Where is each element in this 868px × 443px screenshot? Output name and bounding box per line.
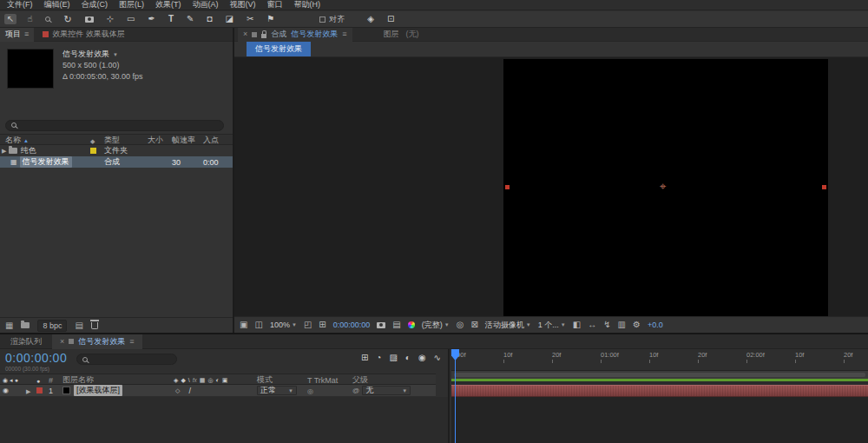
- audio-column-icon[interactable]: ◂: [10, 377, 13, 383]
- layer-duration-bar[interactable]: [451, 385, 868, 397]
- timeline-button-icon[interactable]: ▥: [618, 321, 626, 329]
- zoom-select[interactable]: 100%▼: [270, 321, 297, 329]
- share-view-icon[interactable]: ◧: [573, 321, 581, 329]
- layer-expander-icon[interactable]: ▶: [26, 388, 30, 394]
- layer-visibility-eye-icon[interactable]: ◉: [3, 387, 9, 394]
- shape-tool-button[interactable]: ▭: [124, 14, 137, 24]
- solo-column-icon[interactable]: ●: [15, 377, 18, 383]
- pan-behind-tool-button[interactable]: ⊹: [104, 14, 116, 24]
- parent-pickwhip-icon[interactable]: @: [352, 387, 359, 394]
- menu-composition[interactable]: 合成(C): [82, 0, 108, 10]
- snapshot-camera-icon[interactable]: [377, 322, 385, 328]
- menu-edit[interactable]: 编辑(E): [44, 0, 70, 10]
- comp-thumbnail[interactable]: [7, 49, 54, 89]
- pixel-aspect-icon[interactable]: ↔: [588, 321, 596, 329]
- trash-icon[interactable]: [91, 322, 98, 329]
- roi-icon[interactable]: ◰: [304, 321, 312, 329]
- show-snapshot-icon[interactable]: ▤: [392, 321, 400, 329]
- transparency-grid-icon[interactable]: ⊠: [470, 321, 477, 329]
- parent-select[interactable]: 无▼: [362, 386, 411, 395]
- timeline-search-input[interactable]: [76, 354, 177, 365]
- fx-switch-icon[interactable]: fx: [193, 377, 197, 383]
- pen-tool-button[interactable]: ✒: [146, 14, 158, 24]
- align-checkbox[interactable]: [319, 17, 326, 23]
- project-search-input[interactable]: [5, 120, 224, 131]
- frame-blend-switch-icon[interactable]: ▦: [200, 377, 206, 383]
- anchor-point-icon[interactable]: ⌖: [660, 181, 666, 192]
- label-column-icon[interactable]: ●: [36, 378, 40, 384]
- shy-switch-icon[interactable]: ◈: [174, 377, 178, 383]
- quality-switch-icon[interactable]: \: [188, 377, 190, 383]
- fast-preview-icon[interactable]: ↯: [603, 321, 610, 329]
- orbit-tool-button[interactable]: ↻: [61, 14, 74, 25]
- selection-tool-button[interactable]: ↖: [4, 14, 16, 24]
- brush-tool-button[interactable]: ✎: [184, 14, 196, 24]
- layer-handle-left[interactable]: [505, 185, 510, 189]
- draft-3d-icon[interactable]: ◔: [376, 354, 381, 362]
- comp-minimap-icon[interactable]: ⊞: [361, 354, 368, 362]
- trkmat-none-icon[interactable]: ◎: [307, 388, 313, 395]
- comp-name[interactable]: 信号发射效果: [62, 49, 109, 60]
- project-flowchart-icon[interactable]: ▦: [5, 321, 13, 330]
- work-area-bar[interactable]: [451, 371, 868, 379]
- panel-menu-icon[interactable]: ≡: [24, 30, 29, 38]
- blend-mode-select[interactable]: 正常▼: [257, 386, 297, 395]
- adjustment-switch-icon[interactable]: ◐: [216, 377, 220, 383]
- new-comp-icon[interactable]: ▤: [75, 321, 82, 330]
- roto-brush-tool-button[interactable]: ✂: [244, 14, 256, 24]
- type-tool-button[interactable]: T: [166, 14, 176, 24]
- menu-view[interactable]: 视图(V): [230, 0, 256, 10]
- exposure-value[interactable]: +0.0: [648, 321, 663, 329]
- clone-stamp-tool-button[interactable]: ◘: [204, 14, 214, 24]
- close-icon[interactable]: ×: [60, 338, 64, 346]
- menu-animation[interactable]: 动画(A): [193, 0, 219, 10]
- cube-3d-switch-icon[interactable]: ▣: [222, 377, 228, 383]
- tab-effect-controls[interactable]: 效果控件 效果载体层: [34, 29, 134, 40]
- panel-menu-icon[interactable]: ≡: [129, 338, 134, 346]
- camera-select[interactable]: 活动摄像机▼: [485, 320, 531, 331]
- show-channel-icon[interactable]: [408, 321, 415, 328]
- layer-label-chip[interactable]: [36, 387, 43, 393]
- comp-viewer-area[interactable]: ⌖: [234, 57, 868, 316]
- tab-render-queue[interactable]: 渲染队列: [0, 336, 52, 347]
- menu-effect[interactable]: 效果(T): [155, 0, 181, 10]
- grid-guides-icon[interactable]: ⊞: [319, 321, 326, 329]
- menu-help[interactable]: 帮助(H): [294, 0, 321, 10]
- motion-blur-icon[interactable]: ◉: [418, 354, 426, 362]
- comp-name-dropdown-icon[interactable]: ▼: [113, 52, 118, 57]
- tab-composition[interactable]: × 合成 信号发射效果 ≡: [238, 28, 352, 42]
- shy-icon[interactable]: ▨: [389, 354, 397, 362]
- collapse-switch-icon[interactable]: ◆: [181, 377, 185, 383]
- graph-editor-icon[interactable]: ∿: [434, 354, 441, 362]
- expander-icon[interactable]: ▶: [2, 148, 6, 154]
- snap-align-toggle[interactable]: 对齐: [319, 14, 345, 25]
- resolution-select[interactable]: (完整)▼: [422, 320, 450, 331]
- tab-layer[interactable]: 图层 (无): [384, 29, 419, 40]
- eye-column-icon[interactable]: ◉: [3, 377, 8, 383]
- column-in[interactable]: 入点: [203, 135, 229, 146]
- trkmat-column[interactable]: T TrkMat: [307, 376, 352, 385]
- workspace-button-a[interactable]: ◈: [365, 14, 377, 24]
- channels-panel-icon[interactable]: ◫: [254, 321, 262, 329]
- lock-icon[interactable]: [261, 34, 266, 38]
- menu-file[interactable]: 文件(F): [7, 0, 33, 10]
- comp-viewer-tab-active[interactable]: 信号发射效果: [247, 42, 311, 56]
- project-row-comp-selected[interactable]: ▦ 信号发射效果 合成 30 0:00: [0, 156, 233, 168]
- layer-name[interactable]: [效果载体层]: [74, 385, 122, 396]
- column-size[interactable]: 大小: [148, 135, 172, 146]
- layer-quality-slot-icon[interactable]: ◇: [175, 387, 180, 393]
- eraser-tool-button[interactable]: ◪: [222, 14, 235, 24]
- view-layout-select[interactable]: 1 个...▼: [538, 320, 566, 331]
- tab-project[interactable]: 项目 ≡: [0, 28, 34, 42]
- playhead-line[interactable]: [455, 349, 456, 443]
- current-time-display[interactable]: 0:00:00:00 00000 (30.00 fps): [5, 351, 67, 372]
- column-fps[interactable]: 帧速率: [172, 135, 203, 146]
- close-icon[interactable]: ×: [243, 30, 247, 38]
- motion-blur-switch-icon[interactable]: ◎: [207, 377, 213, 383]
- workspace-button-b[interactable]: ⊡: [385, 14, 397, 24]
- puppet-pin-tool-button[interactable]: ⚑: [264, 14, 277, 24]
- viewer-timecode[interactable]: 0:00:00:00: [333, 321, 371, 329]
- exposure-gear-icon[interactable]: ⚙: [633, 321, 641, 329]
- menu-layer[interactable]: 图层(L): [119, 0, 144, 10]
- time-ruler[interactable]: :00f 10f 20f 01:00f 10f 20f 02:00f 10f 2…: [451, 349, 868, 371]
